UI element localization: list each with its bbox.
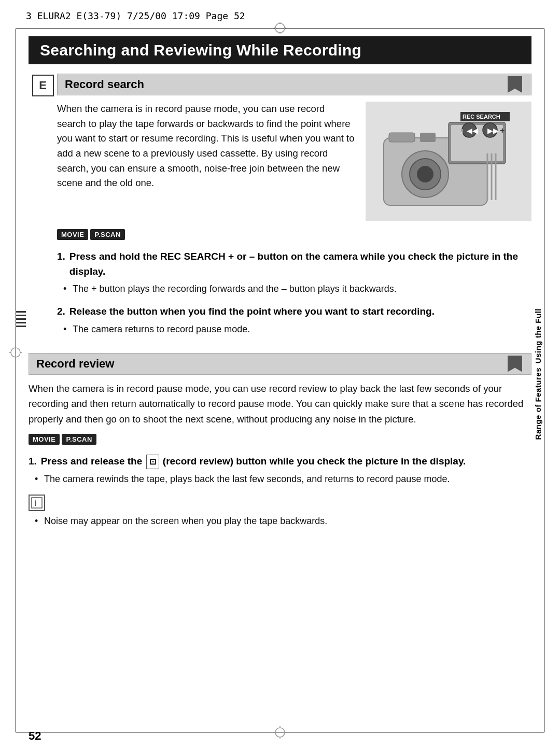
review-step-1-number: 1. [29,454,37,469]
sidebar-label-line2: Range of Features [534,368,542,440]
camera-image: REC SEARCH ◀◀ ▶▶ + || [366,102,531,221]
sidebar-label-line1: Using the Full [534,308,542,363]
record-search-title: Record search [65,78,144,91]
border-left [16,29,16,732]
main-content: Searching and Reviewing While Recording … [29,36,531,722]
svg-text:+: + [500,126,505,135]
step-1-text: Press and hold the REC SEARCH + or – but… [69,249,531,279]
svg-text:i: i [34,499,36,507]
record-review-bar: Record review [29,353,531,375]
step-1-main: 1. Press and hold the REC SEARCH + or – … [57,249,531,279]
info-icon-svg: i [31,497,43,509]
movie-badge-2: MOVIE [29,434,60,445]
mode-badges-record-search: MOVIE P.SCAN [57,229,531,240]
review-step-1-main: 1. Press and release the ⊡ (record revie… [29,454,531,469]
page: 3_ELURA2_E(33-79) 7/25/00 17:09 Page 52 … [0,0,560,748]
svg-text:◀◀: ◀◀ [467,126,478,135]
page-number: 52 [29,729,41,743]
badge-column: E [29,74,57,96]
step-2: 2. Release the button when you find the … [57,304,531,336]
section-content: Record search When the camera is in reco… [57,74,531,345]
svg-text:REC SEARCH: REC SEARCH [463,114,500,120]
step-2-text: Release the button when you find the poi… [69,304,531,319]
review-step-1-text: Press and release the ⊡ (record review) … [41,454,531,469]
svg-rect-22 [420,133,436,142]
svg-rect-21 [389,133,415,142]
review-step-1-bullet: The camera rewinds the tape, plays back … [29,472,531,486]
record-search-bar: Record search [57,74,531,95]
mode-badges-record-review: MOVIE P.SCAN [29,434,531,445]
note-icon: i [29,495,45,511]
crosshair-top-icon [274,22,286,34]
svg-text:▶▶: ▶▶ [487,126,499,135]
header-meta: 3_ELURA2_E(33-79) 7/25/00 17:09 Page 52 [26,10,245,21]
step-2-number: 2. [57,304,65,319]
record-review-section: Record review When the camera is in reco… [29,353,531,529]
review-step-text-before: Press and release the [41,456,142,467]
svg-point-18 [417,166,433,182]
pscan-badge-2: P.SCAN [62,434,96,445]
svg-rect-34 [32,498,42,508]
sidebar-label-container: Using the Full Range of Features [534,156,542,592]
bookmark-icon-2 [508,356,522,372]
border-right [544,29,544,732]
record-review-body: When the camera is in record pause mode,… [29,381,531,427]
step-1-number: 1. [57,249,65,279]
svg-point-10 [11,348,20,357]
svg-point-0 [275,23,285,33]
svg-text:||: || [460,129,463,134]
movie-badge: MOVIE [57,229,88,240]
bookmark-icon [508,76,522,93]
step-2-main: 2. Release the button when you find the … [57,304,531,319]
crosshair-left-icon [9,346,22,359]
step-1: 1. Press and hold the REC SEARCH + or – … [57,249,531,296]
note-text: Noise may appear on the screen when you … [29,514,531,528]
left-stripe-decoration [16,311,26,327]
record-review-button-symbol: ⊡ [146,455,159,469]
step-2-bullet: The camera returns to record pause mode. [57,322,531,336]
page-title: Searching and Reviewing While Recording [29,36,531,64]
e-badge: E [32,75,54,96]
review-step-text-after: (record review) button while you check t… [163,456,466,467]
review-step-1: 1. Press and release the ⊡ (record revie… [29,454,531,486]
crosshair-bottom-icon [274,726,286,739]
pscan-badge: P.SCAN [90,229,124,240]
note-icon-row: i [29,495,531,511]
record-search-section: E Record search When the camera is in re… [29,74,531,345]
note-section: i Noise may appear on the screen when yo… [29,495,531,528]
camera-illustration: REC SEARCH ◀◀ ▶▶ + || [373,107,524,216]
record-search-text: When the camera is in record pause mode,… [57,102,355,221]
svg-point-5 [275,728,285,737]
record-search-body: When the camera is in record pause mode,… [57,102,531,221]
step-1-bullet: The + button plays the recording forward… [57,282,531,296]
record-review-icon [506,357,524,371]
record-review-title: Record review [36,357,114,371]
record-search-icon [506,77,524,92]
